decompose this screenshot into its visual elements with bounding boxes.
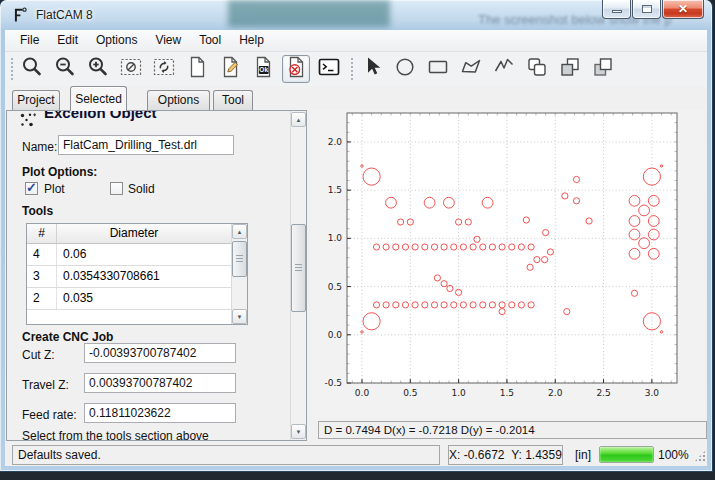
tab-options[interactable]: Options bbox=[147, 90, 210, 110]
replot-icon bbox=[152, 55, 176, 83]
toolbar-button-intersection[interactable] bbox=[556, 55, 584, 83]
toolbar-button-draw-rectangle[interactable] bbox=[424, 55, 452, 83]
toolbar-button-run-script[interactable]: Ok bbox=[249, 55, 277, 83]
run-script-icon: Ok bbox=[251, 55, 275, 83]
cut-z-label: Cut Z: bbox=[22, 348, 55, 362]
svg-text:0.0: 0.0 bbox=[328, 330, 343, 340]
scrollbar-thumb[interactable] bbox=[291, 224, 306, 312]
glass-bleed-blob bbox=[228, 0, 390, 27]
menu-edit[interactable]: Edit bbox=[48, 30, 87, 51]
svg-text:2.0: 2.0 bbox=[328, 137, 343, 147]
status-message: Defaults saved. bbox=[12, 445, 440, 465]
feed-rate-input[interactable] bbox=[84, 403, 236, 423]
maximize-button[interactable] bbox=[632, 0, 661, 19]
toolbar-button-delete-object[interactable] bbox=[282, 55, 310, 83]
svg-text:1.0: 1.0 bbox=[451, 388, 466, 398]
svg-text:2.0: 2.0 bbox=[548, 388, 563, 398]
coordinate-x: X: -0.6672 bbox=[449, 448, 504, 462]
scroll-down-button[interactable]: ▼ bbox=[232, 309, 247, 324]
toolbar-button-select-tool[interactable] bbox=[358, 55, 386, 83]
tool-row[interactable]: 30.0354330708661 bbox=[27, 266, 247, 288]
menu-help[interactable]: Help bbox=[230, 30, 273, 51]
open-project-icon bbox=[218, 55, 242, 83]
svg-text:0.0: 0.0 bbox=[355, 388, 370, 398]
toolbar-button-subtract[interactable] bbox=[589, 55, 617, 83]
title-bar[interactable]: The screenshot below show the p FlatCAM … bbox=[0, 0, 712, 30]
solid-checkbox-label: Solid bbox=[128, 182, 155, 196]
toolbar-button-replot[interactable] bbox=[150, 55, 178, 83]
new-project-icon bbox=[185, 55, 209, 83]
resize-grip[interactable] bbox=[695, 451, 705, 461]
plot-options-heading: Plot Options: bbox=[22, 165, 97, 179]
toolbar-button-zoom-fit[interactable] bbox=[18, 55, 46, 83]
column-header-number[interactable]: # bbox=[27, 224, 57, 243]
tab-selected[interactable]: Selected bbox=[70, 86, 127, 111]
close-icon: ✕ bbox=[663, 2, 703, 16]
toolbar-button-new-project[interactable] bbox=[183, 55, 211, 83]
plot-checkbox[interactable] bbox=[25, 182, 38, 195]
toolbar-button-draw-path[interactable] bbox=[490, 55, 518, 83]
tool-row[interactable]: 40.06 bbox=[27, 244, 247, 266]
toolbar-grip[interactable] bbox=[351, 58, 354, 80]
svg-text:1.5: 1.5 bbox=[500, 388, 514, 398]
coordinate-y: Y: 1.4359 bbox=[511, 448, 562, 462]
name-label: Name: bbox=[22, 140, 57, 154]
tool-number: 3 bbox=[27, 266, 57, 287]
tab-bar: ProjectSelectedOptionsTool bbox=[5, 86, 707, 110]
table-scrollbar[interactable]: ▲ ▼ bbox=[231, 224, 247, 324]
tool-diameter: 0.035 bbox=[57, 288, 247, 309]
toolbar-button-zoom-out[interactable] bbox=[51, 55, 79, 83]
units-label: [in] bbox=[575, 448, 591, 462]
travel-z-input[interactable] bbox=[84, 373, 236, 393]
tab-tool[interactable]: Tool bbox=[213, 90, 253, 110]
cut-z-input[interactable] bbox=[84, 343, 236, 363]
toolbar-button-draw-polygon[interactable] bbox=[457, 55, 485, 83]
selected-object-panel: Excellon Object Name: Plot Options: Plot… bbox=[6, 110, 307, 441]
draw-path-icon bbox=[492, 55, 516, 83]
select-tool-icon bbox=[360, 55, 384, 83]
toolbar-button-open-project[interactable] bbox=[216, 55, 244, 83]
menu-tool[interactable]: Tool bbox=[190, 30, 230, 51]
plot-canvas[interactable]: 0.00.51.01.52.02.53.0-0.50.00.51.01.52.0 bbox=[311, 110, 705, 418]
tool-number: 4 bbox=[27, 244, 57, 265]
scrollbar-thumb[interactable] bbox=[232, 241, 247, 277]
shell-icon bbox=[317, 55, 341, 83]
tool-row[interactable]: 20.035 bbox=[27, 288, 247, 310]
window-controls: ✕ bbox=[602, 0, 704, 19]
menu-view[interactable]: View bbox=[146, 30, 190, 51]
subtract-icon bbox=[591, 55, 615, 83]
draw-circle-icon bbox=[393, 55, 417, 83]
toolbar-button-union[interactable] bbox=[523, 55, 551, 83]
tab-project[interactable]: Project bbox=[12, 90, 60, 110]
tools-heading: Tools bbox=[22, 204, 53, 218]
toolbar-button-clear-plot[interactable] bbox=[117, 55, 145, 83]
toolbar-button-shell[interactable] bbox=[315, 55, 343, 83]
object-title: Excellon Object bbox=[44, 110, 157, 121]
solid-checkbox[interactable] bbox=[110, 182, 123, 195]
name-input[interactable] bbox=[58, 135, 234, 155]
menu-file[interactable]: File bbox=[11, 30, 48, 51]
toolbar-button-draw-circle[interactable] bbox=[391, 55, 419, 83]
toolbar-grip[interactable] bbox=[11, 58, 14, 80]
scroll-up-button[interactable]: ▲ bbox=[232, 224, 247, 239]
drill-pattern-icon bbox=[19, 112, 36, 129]
tools-table-header: # Diameter bbox=[27, 224, 247, 244]
draw-rectangle-icon bbox=[426, 55, 450, 83]
svg-text:3.0: 3.0 bbox=[645, 388, 660, 398]
cnc-heading: Create CNC Job bbox=[22, 330, 113, 344]
tool-diameter: 0.0354330708661 bbox=[57, 266, 247, 287]
scroll-up-button[interactable]: ▲ bbox=[291, 112, 306, 127]
svg-text:1.5: 1.5 bbox=[328, 185, 342, 195]
column-header-diameter[interactable]: Diameter bbox=[57, 224, 211, 243]
close-button[interactable]: ✕ bbox=[662, 0, 704, 19]
scroll-down-button[interactable]: ▼ bbox=[291, 424, 306, 439]
progress-bar-fill bbox=[600, 447, 653, 462]
clear-plot-icon bbox=[119, 55, 143, 83]
minimize-icon bbox=[612, 10, 622, 13]
menu-options[interactable]: Options bbox=[87, 30, 146, 51]
panel-scrollbar[interactable]: ▲ ▼ bbox=[290, 111, 306, 440]
toolbar-group-draw bbox=[358, 55, 617, 83]
minimize-button[interactable] bbox=[602, 0, 631, 19]
mouse-coordinates: X: -0.6672 Y: 1.4359 bbox=[448, 445, 563, 465]
toolbar-button-zoom-in[interactable] bbox=[84, 55, 112, 83]
